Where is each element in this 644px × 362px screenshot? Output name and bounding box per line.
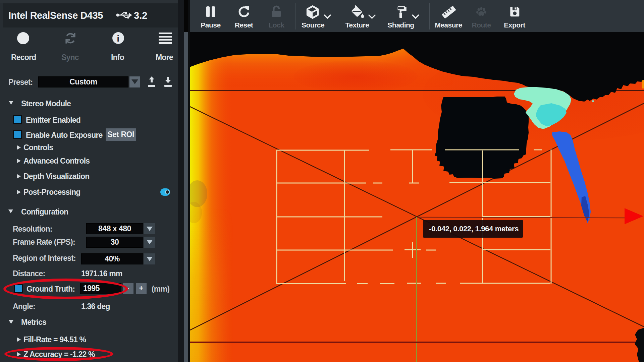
- svg-text:-0.042, 0.022, 1.964 meters: -0.042, 0.022, 1.964 meters: [429, 225, 519, 233]
